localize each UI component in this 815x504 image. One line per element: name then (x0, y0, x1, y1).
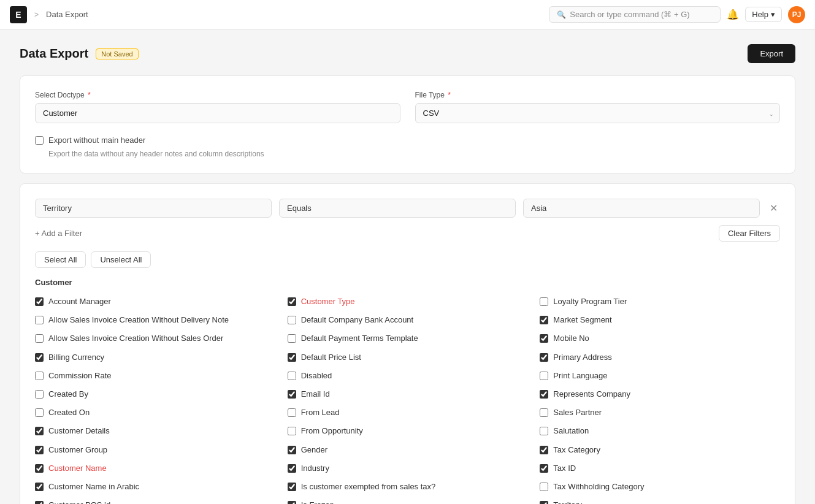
field-label-f18[interactable]: Email Id (301, 389, 330, 400)
topbar: E > Data Export 🔍 Search or type command… (0, 0, 815, 29)
list-item: Print Language (540, 368, 780, 383)
field-label-f14[interactable]: Default Company Bank Account (301, 315, 414, 326)
field-checkbox-f17[interactable] (288, 372, 296, 380)
field-checkbox-f15[interactable] (288, 334, 296, 343)
field-checkbox-f12[interactable] (35, 501, 44, 504)
field-label-f33[interactable]: Tax Category (553, 445, 600, 456)
doctype-input[interactable] (35, 103, 400, 123)
field-label-f17[interactable]: Disabled (301, 370, 332, 381)
field-label-f31[interactable]: Sales Partner (553, 407, 602, 418)
filter-condition-input[interactable] (279, 199, 516, 218)
field-checkbox-f11[interactable] (35, 483, 44, 491)
field-checkbox-f28[interactable] (540, 353, 548, 362)
field-checkbox-f1[interactable] (35, 297, 44, 306)
field-checkbox-f19[interactable] (288, 408, 296, 417)
add-filter-button[interactable]: + Add a Filter (35, 226, 82, 240)
field-label-f21[interactable]: Gender (301, 445, 327, 456)
field-label-f27[interactable]: Mobile No (553, 333, 589, 344)
field-checkbox-f22[interactable] (288, 464, 296, 473)
field-label-f29[interactable]: Print Language (553, 370, 607, 381)
field-label-f8[interactable]: Customer Details (48, 426, 110, 437)
field-label-f2[interactable]: Allow Sales Invoice Creation Without Del… (48, 315, 229, 326)
field-label-f11[interactable]: Customer Name in Arabic (48, 481, 139, 492)
field-checkbox-f14[interactable] (288, 316, 296, 324)
notification-bell-icon[interactable]: 🔔 (727, 9, 739, 20)
field-checkbox-f32[interactable] (540, 427, 548, 435)
field-checkbox-f4[interactable] (35, 353, 44, 362)
export-no-header-label[interactable]: Export without main header (48, 136, 145, 145)
help-button[interactable]: Help ▾ (745, 7, 782, 22)
field-checkbox-f3[interactable] (35, 334, 44, 343)
field-checkbox-f36[interactable] (540, 501, 548, 504)
field-checkbox-f30[interactable] (540, 390, 548, 399)
field-checkbox-f7[interactable] (35, 408, 44, 417)
filter-value-input[interactable] (523, 199, 760, 218)
field-checkbox-f23[interactable] (288, 483, 296, 491)
field-checkbox-f2[interactable] (35, 316, 44, 324)
field-label-f5[interactable]: Commission Rate (48, 370, 112, 381)
avatar[interactable]: PJ (788, 6, 805, 23)
field-label-f10[interactable]: Customer Name (48, 463, 107, 474)
field-checkbox-f18[interactable] (288, 390, 296, 399)
list-item: Customer Details (35, 424, 275, 438)
field-label-f35[interactable]: Tax Withholding Category (553, 481, 644, 492)
field-checkbox-f16[interactable] (288, 353, 296, 362)
search-box[interactable]: 🔍 Search or type command (⌘ + G) (549, 6, 721, 23)
breadcrumb: Data Export (46, 10, 88, 19)
field-label-f12[interactable]: Customer POS id (48, 500, 110, 504)
field-label-f15[interactable]: Default Payment Terms Template (301, 333, 418, 344)
clear-filters-button[interactable]: Clear Filters (719, 225, 780, 242)
field-checkbox-f9[interactable] (35, 446, 44, 454)
field-label-f13[interactable]: Customer Type (301, 296, 355, 307)
field-label-f28[interactable]: Primary Address (553, 352, 611, 363)
field-label-f7[interactable]: Created On (48, 407, 90, 418)
field-checkbox-f35[interactable] (540, 483, 548, 491)
page-title-row: Data Export Not Saved (20, 47, 139, 61)
field-checkbox-f33[interactable] (540, 446, 548, 454)
field-label-f20[interactable]: From Opportunity (301, 426, 363, 437)
field-label-f22[interactable]: Industry (301, 463, 329, 474)
field-label-f36[interactable]: Territory (553, 500, 582, 504)
required-marker: * (88, 91, 91, 99)
list-item: Is Frozen (288, 498, 528, 504)
field-checkbox-f21[interactable] (288, 446, 296, 454)
field-checkbox-f31[interactable] (540, 408, 548, 417)
field-label-f26[interactable]: Market Segment (553, 315, 611, 326)
field-checkbox-f27[interactable] (540, 334, 548, 343)
field-label-f25[interactable]: Loyalty Program Tier (553, 296, 627, 307)
field-label-f4[interactable]: Billing Currency (48, 352, 104, 363)
field-label-f9[interactable]: Customer Group (48, 445, 107, 456)
field-checkbox-f34[interactable] (540, 464, 548, 473)
field-checkbox-f6[interactable] (35, 390, 44, 399)
field-checkbox-f26[interactable] (540, 316, 548, 324)
app-icon[interactable]: E (10, 6, 27, 23)
field-label-f3[interactable]: Allow Sales Invoice Creation Without Sal… (48, 333, 223, 344)
field-label-f1[interactable]: Account Manager (48, 296, 111, 307)
field-checkbox-f13[interactable] (288, 297, 296, 306)
filter-close-button[interactable]: ✕ (767, 200, 780, 216)
fields-grid: Account ManagerCustomer TypeLoyalty Prog… (35, 294, 780, 504)
field-label-f30[interactable]: Represents Company (553, 389, 630, 400)
field-label-f16[interactable]: Default Price List (301, 352, 361, 363)
doctype-group: Select Doctype * (35, 91, 400, 123)
field-checkbox-f5[interactable] (35, 372, 44, 380)
export-button[interactable]: Export (748, 44, 795, 63)
export-no-header-checkbox[interactable] (35, 136, 44, 145)
list-item: Email Id (288, 387, 528, 402)
filetype-select[interactable]: CSV Excel (415, 103, 781, 123)
field-checkbox-f29[interactable] (540, 372, 548, 380)
field-label-f23[interactable]: Is customer exempted from sales tax? (301, 481, 436, 492)
field-checkbox-f25[interactable] (540, 297, 548, 306)
field-label-f32[interactable]: Salutation (553, 426, 589, 437)
field-checkbox-f10[interactable] (35, 464, 44, 473)
select-all-button[interactable]: Select All (35, 251, 86, 268)
field-checkbox-f20[interactable] (288, 427, 296, 435)
unselect-all-button[interactable]: Unselect All (91, 251, 151, 268)
field-checkbox-f24[interactable] (288, 501, 296, 504)
field-label-f24[interactable]: Is Frozen (301, 500, 334, 504)
field-label-f34[interactable]: Tax ID (553, 463, 576, 474)
field-label-f6[interactable]: Created By (48, 389, 88, 400)
field-checkbox-f8[interactable] (35, 427, 44, 435)
filter-field-input[interactable] (35, 199, 272, 218)
field-label-f19[interactable]: From Lead (301, 407, 340, 418)
